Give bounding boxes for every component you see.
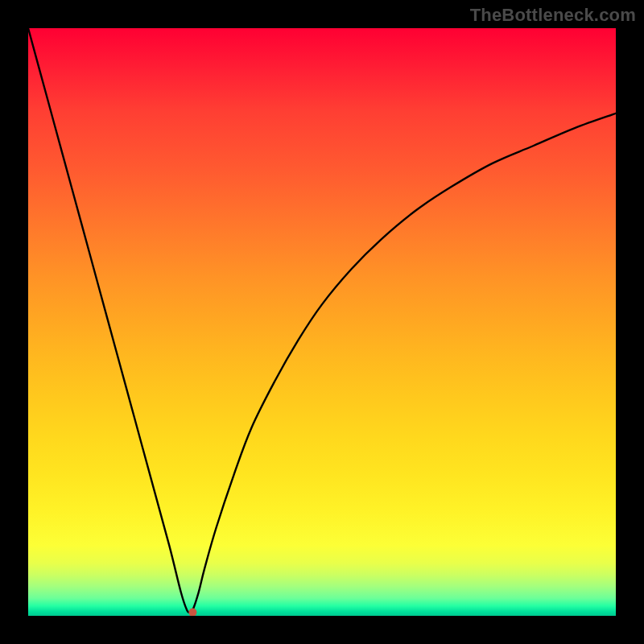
plot-area xyxy=(28,28,616,616)
curve-left-branch xyxy=(28,28,190,613)
watermark-text: TheBottleneck.com xyxy=(470,5,636,26)
bottleneck-curve-svg xyxy=(28,28,616,616)
curve-group xyxy=(28,28,616,616)
chart-frame: TheBottleneck.com xyxy=(0,0,644,644)
minimum-marker xyxy=(188,609,196,616)
curve-right-branch xyxy=(190,114,616,613)
